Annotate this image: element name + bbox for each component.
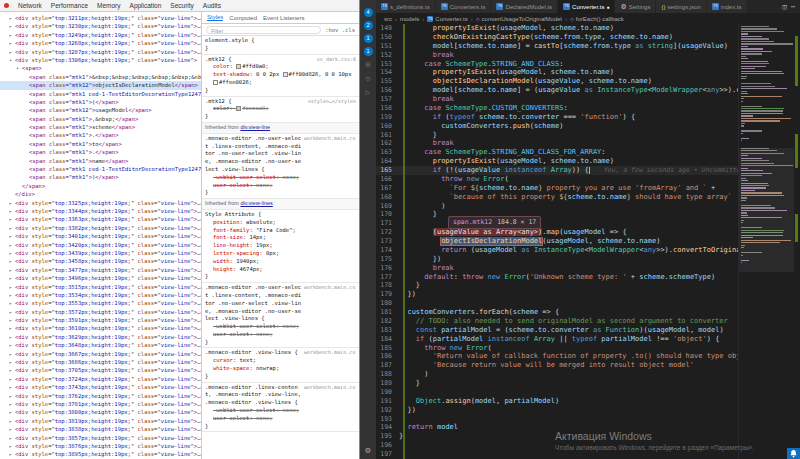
dom-tree-row[interactable]: ▸<div style="top:3610px;height:19px;" cl… [0,324,201,332]
dom-tree-row[interactable]: ▸<div style="top:3724px;height:19px;" cl… [0,375,201,383]
dom-tree-row[interactable]: ▸<div style="top:3363px;height:19px;" cl… [0,215,201,223]
devtools-tab-network[interactable]: Network [14,1,46,10]
minimap-slider[interactable] [739,148,794,272]
devtools-tab-application[interactable]: Application [126,1,166,10]
dom-tree-row[interactable]: ▾<div style="top:3306px;height:19px;" cl… [0,56,201,64]
code-line[interactable]: 158 case SchemeType.CUSTOM_CONVERTERS: [376,104,738,113]
color-swatch-icon[interactable] [236,64,241,69]
dom-tree-row[interactable]: ▸<div style="top:3572px;height:19px;" cl… [0,308,201,316]
code-line[interactable]: 174 return (usageModel as InstanceType<M… [376,246,738,255]
dom-tree-row[interactable]: <span class="mtk1">)</span> [0,173,201,181]
color-swatch-icon[interactable] [236,106,241,111]
stylesheet-source-link[interactable]: vs_dark.css:6 [317,56,356,64]
dom-tree-row[interactable]: ▸<div style="top:3648px;height:19px;" cl… [0,341,201,349]
styles-property[interactable]: color: #ffd0a0; [205,63,356,71]
styles-selector[interactable]: .mtk12 {<style>…</style> [205,98,356,106]
styles-property[interactable]: -webkit-user-select: none; [205,323,356,331]
dom-tree-row[interactable]: ▸<div style="top:3553px;height:19px;" cl… [0,299,201,307]
more-actions-icon[interactable]: ⋯ [791,3,795,11]
dom-tree-row[interactable]: ▸<div style="top:3800px;height:19px;" cl… [0,408,201,416]
code-line[interactable]: 159 if (typeof scheme.to.converter === '… [376,113,738,122]
styles-property[interactable]: line-height: 19px; [205,242,356,250]
color-swatch-icon[interactable] [213,80,218,85]
code-line[interactable]: 150 checkOnExistingCastType(scheme.from.… [376,33,738,42]
code-line[interactable]: 168 `because of this property ${scheme.t… [376,193,738,202]
dom-tree-row[interactable]: ▸<div style="top:3838px;height:19px;" cl… [0,425,201,433]
dom-tree-row[interactable]: ▸<div style="top:3382px;height:19px;" cl… [0,224,201,232]
code-line[interactable]: 162 break [376,139,738,148]
code-line[interactable]: 157 break [376,95,738,104]
dom-tree-row[interactable]: ▸<div style="top:3344px;height:19px;" cl… [0,207,201,215]
dom-tree-row[interactable]: ▸<div style="top:3249px;height:19px;" cl… [0,31,201,39]
editor-tab-converters-ts[interactable]: TSConverters.ts [436,0,492,13]
code-line[interactable]: 154 propertyIsExist(usageModel, scheme.t… [376,68,738,77]
dom-tree-row[interactable]: ▸<div style="top:3496px;height:19px;" cl… [0,274,201,282]
dom-tree-row[interactable]: <span class="mtk1">name</span> [0,157,201,165]
styles-toggle-buttons[interactable]: :hov .cls [325,27,355,33]
dom-tree-row[interactable]: ▸<div style="top:3629px;height:19px;" cl… [0,333,201,341]
dom-tree-row[interactable]: <span class="mtk1">(</span> [0,98,201,106]
editor-tab-index-ts[interactable]: TSindex.ts [707,0,748,13]
styles-pane-tab-computed[interactable]: Computed [229,15,257,21]
dom-tree-row[interactable]: <span class="mtk1">to</span> [0,140,201,148]
code-line[interactable]: 156 model[scheme.to.name] = (usageValue … [376,86,738,95]
stylesheet-source-link[interactable]: workbench.main.css:3 [304,284,356,292]
code-line[interactable]: 183 const partialModel = (scheme.to.conv… [376,326,738,335]
run-icon[interactable]: ▷ [366,88,371,98]
styles-selector[interactable]: .mtk12 {vs_dark.css:6 [205,56,356,64]
activity-badge[interactable]: 1 [364,34,373,43]
record-icon[interactable] [4,3,9,8]
dom-tree-row[interactable]: ▸<div style="top:3819px;height:19px;" cl… [0,417,201,425]
code-line[interactable]: 190 [376,388,738,397]
styles-property[interactable]: cursor: text; [205,357,356,365]
code-line[interactable]: 171 [376,219,738,228]
code-line[interactable]: 167 `For ${scheme.to.name} property you … [376,184,738,193]
dom-tree-row[interactable]: <span class="mtk1">.</span> [0,131,201,139]
editor-tab-settings[interactable]: ⚙Settings [615,0,656,13]
code-line[interactable]: 185 throw new Error( [376,344,738,353]
dom-tree-row[interactable]: ▸<div style="top:3591px;height:19px;" cl… [0,316,201,324]
code-line[interactable]: 165 if (!(usageValue instanceof Array)) … [376,166,738,175]
code-line[interactable]: 180 [376,299,738,308]
code-line[interactable]: 182 // TODO: also needed to send origina… [376,317,738,326]
dom-tree-row[interactable]: ▸<div style="top:3781px;height:19px;" cl… [0,400,201,408]
styles-property[interactable]: -webkit-user-select: none; [205,174,356,182]
code-area[interactable]: 149 propertyIsExist(usageModel, scheme.t… [376,24,738,459]
code-line[interactable]: 169 ) [376,202,738,211]
inherited-element-link[interactable]: div.view-line [240,124,270,130]
code-line[interactable]: 176 break [376,264,738,273]
styles-property[interactable]: font-size: 14px; [205,234,356,242]
dom-tree[interactable]: ▸<div style="top:3211px;height:19px;" cl… [0,12,202,459]
code-line[interactable]: 161 } [376,131,738,140]
styles-property[interactable]: -webkit-user-select: none; [205,407,356,415]
code-line[interactable]: 153 case SchemeType.STRING_AND_CLASS: [376,60,738,69]
code-line[interactable]: 193 [376,415,738,424]
styles-filter-input[interactable]: Filter [206,26,321,34]
breadcrumb-item[interactable]: TSConverter.ts [427,16,467,22]
styles-property[interactable]: font-family: "Fira Code"; [205,227,356,235]
devtools-tab-audits[interactable]: Audits [199,1,225,10]
breadcrumb-item[interactable]: src [384,16,392,22]
code-line[interactable]: 192 }) [376,406,738,415]
styles-selector[interactable]: .monaco-editor .no-user-select .lines-co… [205,135,356,174]
dom-tree-row[interactable]: <span class="mtk12">usageModel</span> [0,106,201,114]
editor-tab-converter-ts[interactable]: TSConverter.ts● [558,0,615,13]
stylesheet-source-link[interactable]: <style>…</style> [308,98,356,106]
dom-tree-row[interactable]: ▸<div style="top:3667px;height:19px;" cl… [0,350,201,358]
styles-selector[interactable]: .monaco-editor .no-user-select .lines-co… [205,284,356,323]
styles-property[interactable]: height: 4674px; [205,266,356,274]
dom-tree-row[interactable]: ▸<div style="top:3477px;height:19px;" cl… [0,266,201,274]
styles-property[interactable]: width: 1940px; [205,258,356,266]
dom-tree-row[interactable]: ▸<div style="top:3401px;height:19px;" cl… [0,232,201,240]
code-line[interactable]: 191 Object.assign(model, partialModel) [376,397,738,406]
color-swatch-icon[interactable] [283,72,288,77]
activity-badge[interactable]: 2 [364,21,373,30]
editor-tab-settings-json[interactable]: {}settings.json [656,0,706,13]
dom-tree-row[interactable]: <span class="mtk1">&nbsp;&nbsp;&nbsp;&nb… [0,73,201,81]
code-line[interactable]: 160 customConverters.push(scheme) [376,122,738,131]
dom-tree-row[interactable]: ▸<div style="top:3686px;height:19px;" cl… [0,358,201,366]
stylesheet-source-link[interactable]: workbench.main.css:3 [304,349,356,357]
styles-selector[interactable]: Style Attribute { [205,211,356,219]
activity-badge[interactable]: 1 [364,47,373,56]
dom-tree-row[interactable]: ▸<div style="top:3439px;height:19px;" cl… [0,249,201,257]
